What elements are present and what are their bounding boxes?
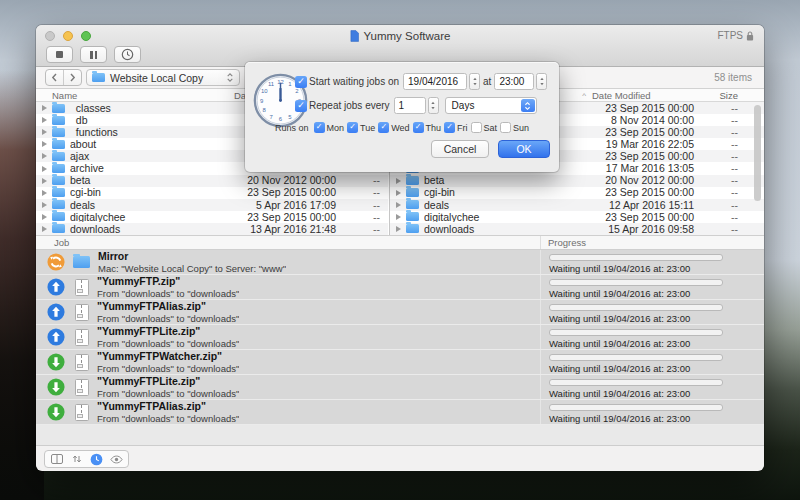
job-row[interactable]: "YummyFTPLite.zip"From "downloads" to "d… [36,375,764,400]
start-date-field[interactable]: 19/04/2016 [403,73,467,90]
view-columns-button[interactable] [50,453,63,466]
preview-button[interactable] [110,453,123,466]
disclosure-triangle-icon[interactable] [42,226,47,232]
folder-icon [52,188,65,197]
day-label: Sun [513,123,529,133]
day-toggle-sat[interactable]: Sat [471,122,498,133]
folder-icon [52,104,65,113]
lock-icon [746,31,754,41]
checkbox-icon[interactable] [444,122,455,133]
scrollbar-thumb[interactable] [754,105,761,201]
disclosure-triangle-icon[interactable] [42,190,47,196]
forward-button[interactable] [63,70,81,85]
disclosure-cell [390,226,406,232]
file-name: cgi-bin [424,187,592,198]
ok-button[interactable]: OK [498,140,550,158]
job-row[interactable]: "YummyFTPLite.zip"From "downloads" to "d… [36,325,764,350]
job-subtitle: From "downloads" to "downloads" [97,313,239,324]
repeat-interval-field[interactable]: 1 [394,97,426,114]
repeat-unit-dropdown[interactable]: Days [445,97,537,114]
path-dropdown[interactable]: Website Local Copy [86,69,240,86]
file-row[interactable]: deals12 Apr 2016 15:11-- [390,199,764,211]
disclosure-triangle-icon[interactable] [42,141,47,147]
job-row[interactable]: "YummyFTP.zip"From "downloads" to "downl… [36,275,764,300]
disclosure-triangle-icon[interactable] [396,214,401,220]
day-toggle-fri[interactable]: Fri [444,122,468,133]
file-row[interactable]: downloads15 Apr 2016 09:58-- [390,223,764,235]
disclosure-triangle-icon[interactable] [42,214,47,220]
start-time-field[interactable]: 23:00 [494,73,534,90]
column-header-size[interactable]: Size [694,90,764,101]
file-date-modified: 23 Sep 2015 00:00 [592,127,694,138]
disclosure-triangle-icon[interactable] [396,202,401,208]
folder-icon [406,188,419,197]
column-header-name[interactable]: Name [52,90,234,101]
schedule-toggle-button-active[interactable] [90,453,103,466]
time-stepper[interactable] [536,73,547,90]
job-main-cell: "YummyFTP.zip"From "downloads" to "downl… [36,275,540,299]
file-row[interactable]: digitalychee23 Sep 2015 00:00-- [390,211,764,223]
day-toggle-tue[interactable]: Tue [347,122,375,133]
progress-bar [549,404,723,411]
file-date-modified: 13 Apr 2016 21:48 [234,224,336,235]
back-button[interactable] [46,70,63,85]
disclosure-triangle-icon[interactable] [396,178,401,184]
day-toggle-sun[interactable]: Sun [500,122,529,133]
day-toggle-thu[interactable]: Thu [413,122,442,133]
file-row[interactable]: digitalychee23 Sep 2015 00:00-- [36,211,388,223]
stop-button[interactable] [46,46,73,63]
job-row[interactable]: "YummyFTPAlias.zip"From "downloads" to "… [36,400,764,425]
disclosure-cell [390,178,406,184]
file-date-modified: 23 Sep 2015 00:00 [592,103,694,114]
day-toggle-mon[interactable]: Mon [314,122,345,133]
disclosure-triangle-icon[interactable] [396,190,401,196]
file-row[interactable]: cgi-bin23 Sep 2015 00:00-- [390,187,764,199]
eye-icon [110,455,123,464]
disclosure-cell [390,202,406,208]
date-stepper[interactable] [469,73,480,90]
disclosure-triangle-icon[interactable] [42,105,47,111]
interval-stepper[interactable] [428,97,439,114]
folder-icon [52,212,65,221]
job-title: "YummyFTPLite.zip" [97,325,239,337]
checkbox-icon[interactable] [500,122,511,133]
repeat-label: Repeat jobs every [309,100,390,111]
desktop-wallpaper: { "window": { "title": "Yummy Software",… [0,0,800,500]
column-header-date-modified[interactable]: Date Modified [592,90,694,101]
checkbox-icon[interactable] [347,122,358,133]
file-name: deals [424,200,592,211]
disclosure-triangle-icon[interactable] [42,117,47,123]
day-toggle-wed[interactable]: Wed [378,122,409,133]
start-checkbox[interactable] [295,76,307,88]
checkbox-icon[interactable] [378,122,389,133]
job-row[interactable]: "YummyFTPWatcher.zip"From "downloads" to… [36,350,764,375]
checkbox-icon[interactable] [413,122,424,133]
job-row[interactable]: "YummyFTPAlias.zip"From "downloads" to "… [36,300,764,325]
cancel-button[interactable]: Cancel [431,140,489,158]
repeat-checkbox[interactable] [295,100,307,112]
schedule-button[interactable] [114,46,141,63]
queue-column-progress: Progress [548,237,586,248]
disclosure-cell [36,141,52,147]
pause-button[interactable] [80,46,107,63]
sort-transfers-button[interactable] [70,453,83,466]
file-row[interactable]: cgi-bin23 Sep 2015 00:00-- [36,187,388,199]
zip-file-icon [75,354,89,371]
checkbox-icon[interactable] [314,122,325,133]
file-row[interactable]: downloads13 Apr 2016 21:48-- [36,223,388,235]
job-main-cell: "YummyFTPLite.zip"From "downloads" to "d… [36,375,540,399]
disclosure-triangle-icon[interactable] [396,226,401,232]
folder-icon [52,164,65,173]
file-row[interactable]: beta20 Nov 2012 00:00-- [390,175,764,187]
job-row[interactable]: MirrorMac: "Website Local Copy" to Serve… [36,250,764,275]
checkbox-icon[interactable] [471,122,482,133]
disclosure-triangle-icon[interactable] [42,153,47,159]
upload-arrow-badge-icon [47,303,65,321]
disclosure-triangle-icon[interactable] [42,166,47,172]
file-row[interactable]: deals5 Apr 2016 17:09-- [36,199,388,211]
disclosure-triangle-icon[interactable] [42,202,47,208]
file-row[interactable]: beta20 Nov 2012 00:00-- [36,175,388,187]
disclosure-triangle-icon[interactable] [42,129,47,135]
disclosure-triangle-icon[interactable] [42,178,47,184]
job-title: "YummyFTP.zip" [97,275,239,287]
